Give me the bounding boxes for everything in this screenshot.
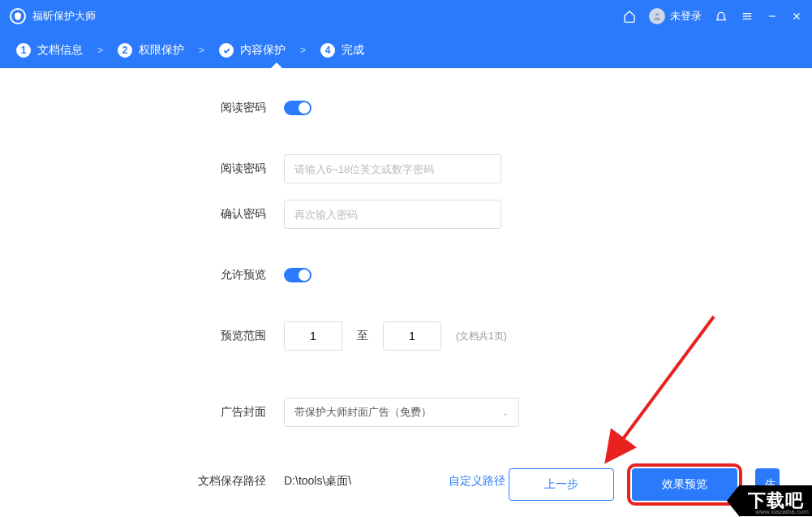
read-password-toggle-label: 阅读密码 [0,101,284,115]
page-count: (文档共1页) [456,330,507,343]
confirm-password-label: 确认密码 [0,207,284,222]
range-to-input[interactable] [383,321,441,351]
allow-preview-label: 允许预览 [0,268,284,282]
step-content-protect[interactable]: 内容保护 [219,43,286,58]
app-logo-icon [10,8,26,24]
preview-button[interactable]: 效果预览 [632,468,737,501]
preview-range-label: 预览范围 [0,329,284,343]
step-finish[interactable]: 4 完成 [320,43,364,58]
watermark: 下载吧 www.xiazaiba.com [727,485,812,517]
close-icon[interactable] [791,11,802,22]
custom-path-link[interactable]: 自定义路径 [449,474,505,489]
allow-preview-toggle[interactable] [284,268,311,282]
step-sep: > [300,45,306,56]
range-from-input[interactable] [284,321,342,351]
steps-bar: 1 文档信息 > 2 权限保护 > 内容保护 > 4 完成 [0,32,812,68]
step-doc-info[interactable]: 1 文档信息 [16,43,83,58]
read-password-toggle[interactable] [284,101,311,115]
ad-cover-select[interactable]: 带保护大师封面广告（免费） ⌄ [284,398,519,427]
chevron-down-icon: ⌄ [502,408,509,417]
active-step-indicator [270,62,283,69]
read-password-label: 阅读密码 [0,162,284,176]
check-icon [219,43,234,58]
save-path-label: 文档保存路径 [0,474,284,489]
menu-icon[interactable] [741,10,754,23]
step-sep: > [199,45,204,56]
svg-point-0 [655,13,659,16]
prev-button[interactable]: 上一步 [509,468,614,501]
ad-cover-label: 广告封面 [0,405,284,420]
step-permission[interactable]: 2 权限保护 [118,43,184,58]
range-sep: 至 [357,329,368,343]
login-status[interactable]: 未登录 [649,8,702,24]
home-icon[interactable] [623,10,636,23]
step-sep: > [97,45,103,56]
confirm-password-input[interactable] [284,200,501,229]
save-path-value: D:\tools\桌面\ [284,474,351,489]
app-title: 福昕保护大师 [32,9,96,24]
minimize-icon[interactable] [767,11,778,22]
bell-icon[interactable] [715,10,728,23]
read-password-input[interactable] [284,154,501,183]
avatar-icon [649,8,665,24]
